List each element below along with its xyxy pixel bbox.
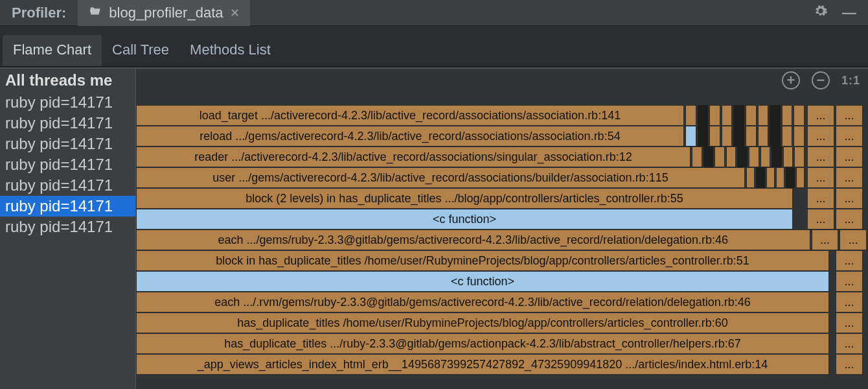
flame-frame[interactable]	[794, 147, 805, 167]
flame-frame[interactable]: ...	[807, 105, 834, 126]
flame-frame[interactable]	[685, 105, 696, 126]
flame-frame[interactable]: block in has_duplicate_titles /home/user…	[136, 250, 829, 271]
flame-frame[interactable]: user .../gems/activerecord-4.2.3/lib/act…	[136, 167, 745, 188]
tab-methods-list[interactable]: Methods List	[179, 35, 281, 66]
flame-row: each .../gems/ruby-2.3.3@gitlab/gems/act…	[136, 230, 868, 250]
flame-frame[interactable]	[746, 126, 757, 147]
zoom-ratio[interactable]: 1:1	[841, 74, 860, 88]
sidebar-item[interactable]: ruby pid=14171	[0, 154, 135, 175]
zoom-out-button[interactable]: −	[812, 71, 830, 89]
profiler-title: Profiler:	[0, 5, 78, 21]
flame-frame[interactable]: each .../gems/ruby-2.3.3@gitlab/gems/act…	[136, 230, 810, 250]
flame-frame[interactable]	[709, 105, 720, 126]
flame-frame[interactable]	[776, 167, 784, 188]
flame-frame[interactable]: ...	[836, 250, 863, 271]
flame-frame[interactable]	[703, 147, 714, 167]
flame-frame[interactable]	[746, 105, 757, 126]
flame-frame[interactable]: has_duplicate_titles .../ruby-2.3.3@gitl…	[136, 333, 829, 354]
sidebar-item[interactable]: ruby pid=14171	[0, 196, 135, 217]
flame-frame[interactable]	[783, 147, 794, 167]
close-icon[interactable]: ✕	[230, 6, 240, 20]
flame-row: block in has_duplicate_titles /home/user…	[136, 250, 868, 271]
flame-row: <c function>...	[136, 271, 868, 292]
profiler-tab[interactable]: blog_profiler_data ✕	[78, 0, 249, 26]
flame-frame[interactable]	[698, 126, 709, 147]
flame-frame[interactable]	[782, 105, 793, 126]
flame-frame[interactable]: ...	[836, 271, 863, 292]
flame-row: reader .../activerecord-4.2.3/lib/active…	[136, 147, 868, 167]
flame-frame[interactable]: ...	[836, 312, 863, 333]
flame-frame[interactable]: reader .../activerecord-4.2.3/lib/active…	[136, 147, 691, 167]
tab-call-tree[interactable]: Call Tree	[102, 35, 179, 66]
flame-frame[interactable]: load_target .../activerecord-4.2.3/lib/a…	[136, 105, 684, 126]
flame-frame[interactable]: ...	[836, 209, 863, 230]
flame-frame[interactable]: block (2 levels) in has_duplicate_titles…	[136, 188, 793, 209]
minimize-icon[interactable]: —	[842, 5, 856, 21]
flame-frame[interactable]	[709, 126, 720, 147]
flame-frame[interactable]	[698, 105, 709, 126]
flame-frame[interactable]: each .../.rvm/gems/ruby-2.3.3@gitlab/gem…	[136, 292, 829, 312]
sidebar-item[interactable]: ruby pid=14171	[0, 175, 135, 196]
flame-frame[interactable]	[722, 126, 733, 147]
flame-frame[interactable]: ...	[807, 147, 834, 167]
flame-frame[interactable]: ...	[836, 188, 863, 209]
flame-frame[interactable]	[782, 126, 793, 147]
flame-chart[interactable]: + − 1:1 load_target .../activerecord-4.2…	[136, 69, 868, 389]
gear-icon[interactable]	[814, 4, 828, 22]
flame-frame[interactable]	[786, 167, 794, 188]
flame-frame[interactable]	[685, 126, 696, 147]
flame-frame[interactable]: ...	[807, 209, 834, 230]
flame-frame[interactable]	[714, 147, 725, 167]
flame-row: user .../gems/activerecord-4.2.3/lib/act…	[136, 167, 868, 188]
flame-frame[interactable]: <c function>	[136, 209, 793, 230]
flame-frame[interactable]	[726, 147, 737, 167]
flame-frame[interactable]	[758, 126, 769, 147]
sidebar-item[interactable]: ruby pid=14171	[0, 134, 135, 154]
flame-frame[interactable]: ...	[836, 354, 863, 375]
flame-frame[interactable]: ...	[836, 105, 863, 126]
flame-frame[interactable]: ...	[836, 147, 863, 167]
flame-frame[interactable]	[722, 105, 733, 126]
flame-frame[interactable]: ...	[836, 126, 863, 147]
flame-frame[interactable]	[746, 167, 755, 188]
flame-frame[interactable]	[766, 167, 775, 188]
flame-row: _app_views_articles_index_html_erb__1495…	[136, 354, 868, 375]
flame-frame[interactable]	[770, 105, 781, 126]
flame-frame[interactable]	[756, 167, 764, 188]
flame-frame[interactable]: ...	[807, 167, 834, 188]
flame-frame[interactable]: ...	[807, 126, 834, 147]
flame-frame[interactable]	[749, 147, 759, 167]
flame-frame[interactable]	[794, 126, 805, 147]
flame-frame[interactable]: _app_views_articles_index_html_erb__1495…	[136, 354, 829, 375]
flame-frame[interactable]: has_duplicate_titles /home/user/Rubymine…	[136, 312, 829, 333]
zoom-in-button[interactable]: +	[782, 71, 800, 89]
sidebar-heading: All threads me	[0, 69, 135, 92]
flame-frame[interactable]: ...	[839, 230, 867, 250]
flame-frame[interactable]	[733, 105, 744, 126]
flame-row: has_duplicate_titles /home/user/Rubymine…	[136, 312, 868, 333]
thread-sidebar: All threads me ruby pid=14171ruby pid=14…	[0, 69, 136, 389]
flame-frame[interactable]: ...	[807, 188, 834, 209]
flame-frame[interactable]	[796, 167, 805, 188]
flame-frame[interactable]: ...	[836, 333, 863, 354]
flame-frame[interactable]	[692, 147, 702, 167]
flame-frame[interactable]: ...	[812, 230, 839, 250]
tab-flame-chart[interactable]: Flame Chart	[3, 35, 102, 66]
flame-frame[interactable]	[758, 105, 769, 126]
flame-row: <c function>......	[136, 209, 868, 230]
flame-frame[interactable]: <c function>	[136, 271, 829, 292]
flame-frame[interactable]: ...	[836, 167, 863, 188]
sidebar-item[interactable]: ruby pid=14171	[0, 217, 135, 237]
flame-row: block (2 levels) in has_duplicate_titles…	[136, 188, 868, 209]
sidebar-item[interactable]: ruby pid=14171	[0, 92, 135, 113]
flame-frame[interactable]: ...	[836, 292, 863, 312]
flame-frame[interactable]	[794, 105, 805, 126]
flame-frame[interactable]	[771, 147, 782, 167]
profiler-tab-label: blog_profiler_data	[109, 5, 223, 21]
sidebar-item[interactable]: ruby pid=14171	[0, 113, 135, 134]
flame-frame[interactable]	[733, 126, 744, 147]
flame-frame[interactable]	[737, 147, 748, 167]
flame-frame[interactable]: reload .../gems/activerecord-4.2.3/lib/a…	[136, 126, 684, 147]
flame-frame[interactable]	[770, 126, 781, 147]
flame-frame[interactable]	[760, 147, 771, 167]
